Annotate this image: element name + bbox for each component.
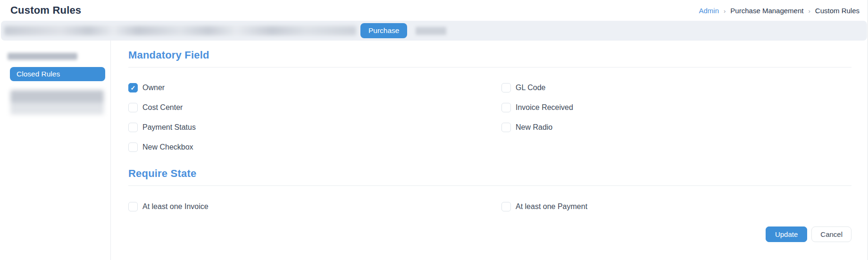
section-title: Mandatory Field [128, 49, 851, 61]
checkbox-row-owner[interactable]: ✓Owner [128, 83, 165, 92]
checkbox-label-at-least-one-payment: At least one Payment [516, 202, 587, 211]
breadcrumb-item-admin[interactable]: Admin [699, 7, 719, 15]
unchecked-checkbox-at-least-one-payment[interactable] [501, 202, 511, 211]
chevron-right-icon: › [724, 7, 726, 14]
section-require-state: Require State At least one InvoiceAt lea… [128, 168, 851, 211]
checkbox-grid: ✓OwnerGL CodeCost CenterInvoice Received… [128, 83, 851, 152]
tab-purchase[interactable]: Purchase [360, 23, 407, 38]
page-header: Custom Rules Admin › Purchase Management… [0, 0, 868, 21]
checkbox-label-new-radio: New Radio [516, 123, 552, 132]
checkbox-label-gl-code: GL Code [516, 84, 545, 92]
section-mandatory-field: Mandatory Field ✓OwnerGL CodeCost Center… [128, 49, 851, 152]
checkbox-row-at-least-one-invoice[interactable]: At least one Invoice [128, 202, 209, 211]
breadcrumb-item-custom-rules: Custom Rules [815, 7, 860, 15]
breadcrumb: Admin › Purchase Management › Custom Rul… [699, 7, 860, 15]
cancel-button[interactable]: Cancel [811, 226, 851, 242]
redacted-tab[interactable] [416, 27, 446, 35]
checkbox-grid: At least one InvoiceAt least one Payment [128, 202, 851, 211]
divider [128, 185, 851, 186]
checkbox-row-payment-status[interactable]: Payment Status [128, 123, 196, 132]
unchecked-checkbox-gl-code[interactable] [501, 83, 511, 92]
checkbox-row-new-radio[interactable]: New Radio [501, 123, 552, 132]
update-button[interactable]: Update [766, 226, 807, 242]
tabs-toolbar: Purchase [1, 21, 867, 41]
unchecked-checkbox-payment-status[interactable] [128, 123, 138, 132]
checkbox-label-owner: Owner [142, 84, 165, 92]
checkbox-label-cost-center: Cost Center [142, 103, 183, 112]
checkbox-row-cost-center[interactable]: Cost Center [128, 103, 183, 112]
checked-checkbox-owner[interactable]: ✓ [128, 83, 138, 92]
redacted-sidebar-item[interactable] [10, 90, 104, 115]
main-panel: Mandatory Field ✓OwnerGL CodeCost Center… [111, 41, 868, 260]
checkbox-label-at-least-one-invoice: At least one Invoice [142, 202, 209, 211]
section-title: Require State [128, 168, 851, 180]
unchecked-checkbox-cost-center[interactable] [128, 103, 138, 112]
redacted-tabs[interactable] [4, 26, 356, 35]
checkbox-row-new-checkbox[interactable]: New Checkbox [128, 143, 193, 152]
checkbox-row-invoice-received[interactable]: Invoice Received [501, 103, 573, 112]
breadcrumb-item-purchase-management[interactable]: Purchase Management [730, 7, 803, 15]
sidebar: Closed Rules [0, 41, 111, 260]
checkbox-row-at-least-one-payment[interactable]: At least one Payment [501, 202, 587, 211]
sidebar-item-closed-rules[interactable]: Closed Rules [10, 67, 105, 81]
redacted-sidebar-item[interactable] [8, 53, 77, 60]
unchecked-checkbox-invoice-received[interactable] [501, 103, 511, 112]
checkbox-label-payment-status: Payment Status [142, 123, 196, 132]
content-area: Closed Rules Mandatory Field ✓OwnerGL Co… [0, 41, 868, 260]
unchecked-checkbox-new-radio[interactable] [501, 123, 511, 132]
form-actions: Update Cancel [128, 226, 851, 242]
chevron-right-icon: › [808, 7, 810, 14]
checkbox-label-new-checkbox: New Checkbox [142, 143, 193, 151]
checkbox-row-gl-code[interactable]: GL Code [501, 83, 545, 92]
unchecked-checkbox-new-checkbox[interactable] [128, 143, 138, 152]
divider [128, 67, 851, 67]
page-title: Custom Rules [10, 4, 81, 17]
unchecked-checkbox-at-least-one-invoice[interactable] [128, 202, 138, 211]
checkbox-label-invoice-received: Invoice Received [516, 103, 573, 112]
